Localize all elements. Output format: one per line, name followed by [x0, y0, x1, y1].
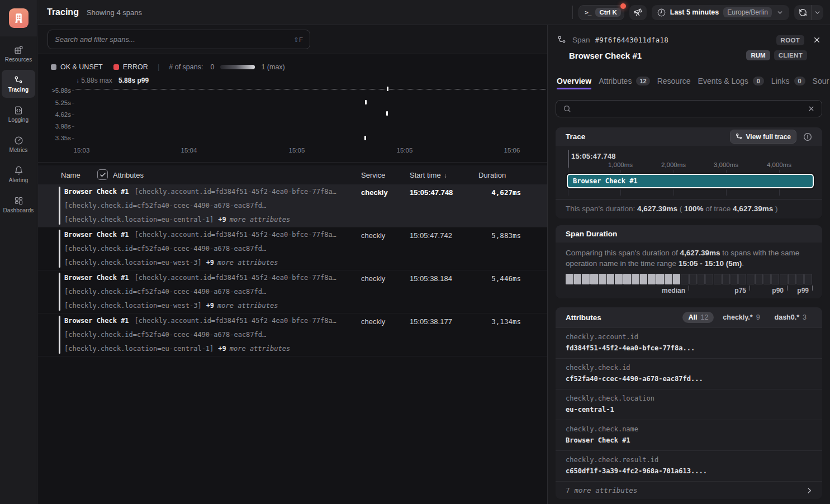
trace-span-bar[interactable]: Browser Check #1 [567, 174, 814, 188]
x-axis-tick-label: 15:06 [504, 147, 520, 154]
telescope-button[interactable] [629, 5, 647, 20]
command-palette-button[interactable]: >_ Ctrl K [578, 5, 624, 20]
column-start-time[interactable]: Start time↓ [410, 171, 447, 179]
refresh-group [794, 5, 823, 20]
span-duration-chart[interactable]: OK & UNSET ERROR | # of spans: 0 1 (max)… [38, 54, 547, 163]
column-name[interactable]: Name [61, 171, 80, 179]
histogram-cell [590, 274, 598, 284]
trace-card-header: Trace View full trace [556, 127, 822, 146]
more-attributes-row[interactable]: 7 more attributes [556, 481, 822, 499]
metrics-icon [14, 136, 23, 145]
span-duration-description: Comparing this span's duration of 4,627.… [566, 248, 812, 269]
span-row-line2: [checkly.check.id=cf52fa40-ccec-4490-a67… [64, 331, 266, 339]
tab-overview[interactable]: Overview [557, 73, 591, 89]
span-title: Browser Check #1 [569, 51, 642, 60]
trace-duration-value: 4,627.39ms [733, 205, 773, 213]
span-table-row[interactable]: Browser Check #1[checkly.account.id=fd38… [38, 184, 547, 227]
search-row: Search and filter spans... ⇧F [38, 25, 547, 54]
attribute-row[interactable]: checkly.check.nameBrowser Check #1 [556, 420, 822, 450]
view-full-trace-button[interactable]: View full trace [730, 130, 796, 144]
column-duration[interactable]: Duration [478, 171, 506, 179]
main-area: Tracing Showing 4 spans >_ Ctrl K [38, 0, 830, 504]
attribute-chip: [checkly.check.location=eu-west-3] [64, 302, 202, 310]
close-icon [813, 36, 821, 44]
tracing-pane: Search and filter spans... ⇧F OK & UNSET… [38, 25, 548, 504]
attribute-row[interactable]: checkly.account.idfd384f51-45f2-4ea0-bfc… [556, 327, 822, 358]
sidebar-item-alerting[interactable]: Alerting [2, 160, 35, 188]
tab-attributes[interactable]: Attributes12 [599, 73, 649, 89]
percentile-row: medianp75p90p99 [566, 286, 812, 294]
attribute-filter-all[interactable]: All12 [682, 312, 714, 323]
span-data-point[interactable] [387, 87, 388, 91]
refresh-options-button[interactable] [812, 5, 823, 20]
span-data-point[interactable] [365, 100, 367, 104]
attribute-chip: [checkly.check.id=cf52fa40-ccec-4490-a67… [64, 245, 266, 253]
attribute-value: eu-central-1 [566, 406, 812, 413]
trace-card-title: Trace [566, 132, 585, 141]
span-color-bar [59, 230, 60, 268]
span-duration-title: Span Duration [566, 230, 617, 238]
attribute-chip: [checkly.account.id=fd384f51-45f2-4ea0-b… [135, 274, 336, 282]
y-axis-tick [72, 91, 74, 91]
attribute-chip: [checkly.account.id=fd384f51-45f2-4ea0-b… [135, 317, 336, 325]
app-logo[interactable] [9, 8, 29, 28]
y-axis-tick-label: 3.35s [55, 135, 71, 141]
y-axis-tick-label: 5.25s [55, 99, 71, 106]
span-table-row[interactable]: Browser Check #1[checkly.account.id=fd38… [38, 270, 547, 313]
ok-unset-swatch [51, 64, 56, 70]
more-attributes-label: more attributes [230, 345, 290, 353]
attribute-row[interactable]: checkly.check.locationeu-central-1 [556, 389, 822, 420]
dashboards-icon [14, 196, 23, 206]
more-attributes-count: +9 [206, 302, 214, 310]
sidebar-item-resources[interactable]: Resources [2, 40, 35, 68]
column-service[interactable]: Service [361, 171, 385, 179]
refresh-button[interactable] [794, 5, 812, 20]
time-range-button[interactable]: Last 5 minutes Europe/Berlin [652, 5, 789, 20]
sidebar-item-label: Metrics [10, 147, 28, 153]
attribute-row[interactable]: checkly.check.result.idc650df1f-3a39-4fc… [556, 450, 822, 481]
tab-count-badge: 0 [794, 77, 805, 85]
ctrl-k-shortcut: Ctrl K [595, 8, 620, 17]
trace-info-button[interactable] [803, 132, 812, 141]
span-table-row[interactable]: Browser Check #1[checkly.account.id=fd38… [38, 313, 547, 356]
sidebar-item-metrics[interactable]: Metrics [2, 130, 35, 158]
clear-search-icon[interactable] [808, 105, 815, 112]
span-color-bar [59, 187, 60, 225]
span-table-row[interactable]: Browser Check #1[checkly.account.id=fd38… [38, 227, 547, 270]
span-data-point[interactable] [364, 136, 366, 140]
close-panel-button[interactable] [812, 35, 822, 45]
logging-icon [14, 106, 23, 115]
tab-links[interactable]: Links0 [771, 73, 805, 89]
sidebar-item-dashboards[interactable]: Dashboards [2, 191, 35, 218]
chevron-down-icon [776, 9, 784, 16]
column-attributes[interactable]: Attributes [113, 171, 144, 179]
sidebar-item-logging[interactable]: Logging [2, 100, 35, 128]
attribute-chip: [checkly.account.id=fd384f51-45f2-4ea0-b… [135, 231, 336, 239]
tab-sour[interactable]: Sour [813, 73, 829, 89]
attribute-key: checkly.check.location [566, 394, 812, 402]
tab-label: Resource [657, 77, 691, 85]
span-search-input[interactable]: Search and filter spans... ⇧F [48, 30, 310, 49]
attribute-filter-checkly[interactable]: checkly.*9 [717, 312, 765, 323]
tab-resource[interactable]: Resource [657, 73, 691, 89]
histogram-cell [640, 274, 648, 284]
chevron-right-icon [805, 487, 813, 495]
tab-label: Links [771, 77, 790, 85]
more-attributes-label: more attributes [217, 259, 278, 267]
attribute-row[interactable]: checkly.check.idcf52fa40-ccec-4490-a678-… [556, 358, 822, 389]
building-icon [13, 12, 25, 24]
tab-events-logs[interactable]: Events & Logs0 [698, 73, 764, 89]
percentile-tick [689, 286, 689, 291]
attributes-checkbox[interactable] [97, 169, 108, 180]
panel-search-input[interactable] [556, 100, 822, 117]
span-data-point[interactable] [386, 111, 388, 116]
span-id: #9f6f6443011dfa18 [595, 36, 668, 44]
attribute-filter-dash0[interactable]: dash0.*3 [769, 312, 812, 323]
span-name: Browser Check #1 [64, 188, 129, 196]
page-title: Tracing [47, 7, 79, 17]
sidebar-item-tracing[interactable]: Tracing [2, 70, 35, 98]
trace-icon [557, 35, 567, 45]
attribute-chip: [checkly.check.id=cf52fa40-ccec-4490-a67… [64, 288, 266, 296]
sidebar-nav: ResourcesTracingLoggingMetricsAlertingDa… [0, 36, 37, 222]
attribute-chip: [checkly.check.id=cf52fa40-ccec-4490-a67… [64, 331, 266, 339]
